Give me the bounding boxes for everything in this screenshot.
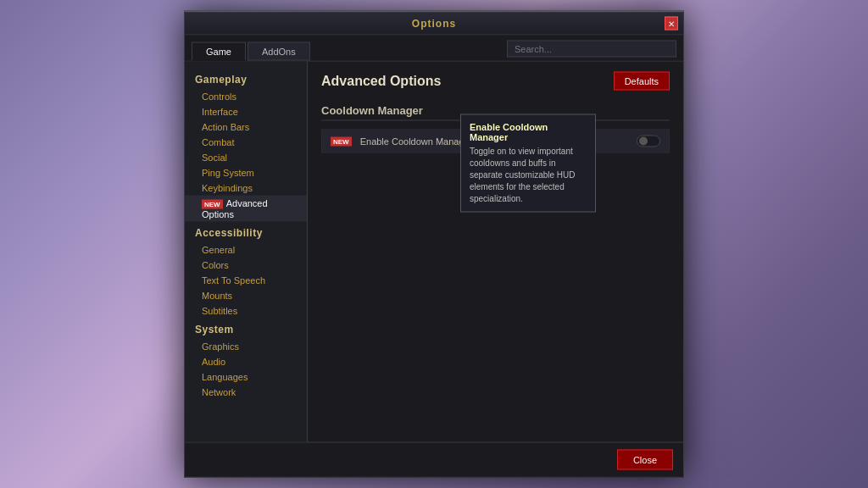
content-header: Advanced Options Defaults <box>321 72 670 91</box>
dialog-body: Gameplay Controls Interface Action Bars … <box>185 61 683 442</box>
sidebar-item-combat[interactable]: Combat <box>185 135 307 150</box>
tab-addons[interactable]: AddOns <box>248 42 310 61</box>
dialog-titlebar: Options ✕ <box>185 13 683 36</box>
sidebar-item-network[interactable]: Network <box>185 384 307 399</box>
sidebar: Gameplay Controls Interface Action Bars … <box>185 62 308 442</box>
sidebar-item-mounts[interactable]: Mounts <box>185 287 307 302</box>
sidebar-item-colors[interactable]: Colors <box>185 257 307 272</box>
sidebar-item-texttospeech[interactable]: Text To Speech <box>185 272 307 287</box>
sidebar-item-interface[interactable]: Interface <box>185 104 307 119</box>
toggle-knob <box>639 137 648 146</box>
dialog-title: Options <box>412 18 456 30</box>
dialog-footer: Close <box>185 442 683 477</box>
search-input[interactable] <box>507 41 676 58</box>
sidebar-system-header: System <box>185 318 307 338</box>
tooltip-title: Enable Cooldown Manager <box>470 122 587 142</box>
sidebar-item-actionbars[interactable]: Action Bars <box>185 119 307 135</box>
sidebar-item-keybindings[interactable]: Keybindings <box>185 180 307 196</box>
tooltip-box: Enable Cooldown Manager Toggle on to vie… <box>460 114 596 213</box>
sidebar-gameplay-header: Gameplay <box>185 69 307 89</box>
enable-cooldown-toggle[interactable] <box>637 136 660 147</box>
sidebar-item-controls[interactable]: Controls <box>185 89 307 104</box>
sidebar-item-social[interactable]: Social <box>185 150 307 165</box>
close-x-button[interactable]: ✕ <box>665 17 678 30</box>
option-new-badge: NEW <box>331 136 352 146</box>
sidebar-item-languages[interactable]: Languages <box>185 369 307 384</box>
sidebar-item-general[interactable]: General <box>185 241 307 257</box>
options-dialog: Options ✕ Game AddOns Gameplay Controls … <box>184 11 684 478</box>
page-title: Advanced Options <box>321 74 441 89</box>
sidebar-item-audio[interactable]: Audio <box>185 353 307 369</box>
new-badge: NEW <box>202 199 223 208</box>
sidebar-item-advancedoptions[interactable]: NEWAdvanced Options <box>185 196 307 222</box>
main-content: Advanced Options Defaults Cooldown Manag… <box>308 62 683 442</box>
sidebar-item-subtitles[interactable]: Subtitles <box>185 302 307 318</box>
tooltip-text: Toggle on to view important cooldowns an… <box>470 146 587 205</box>
sidebar-item-pingsystem[interactable]: Ping System <box>185 165 307 180</box>
tab-game[interactable]: Game <box>192 42 246 61</box>
defaults-button[interactable]: Defaults <box>614 72 670 91</box>
close-button[interactable]: Close <box>617 450 673 470</box>
sidebar-item-graphics[interactable]: Graphics <box>185 338 307 353</box>
sidebar-accessibility-header: Accessibility <box>185 221 307 241</box>
